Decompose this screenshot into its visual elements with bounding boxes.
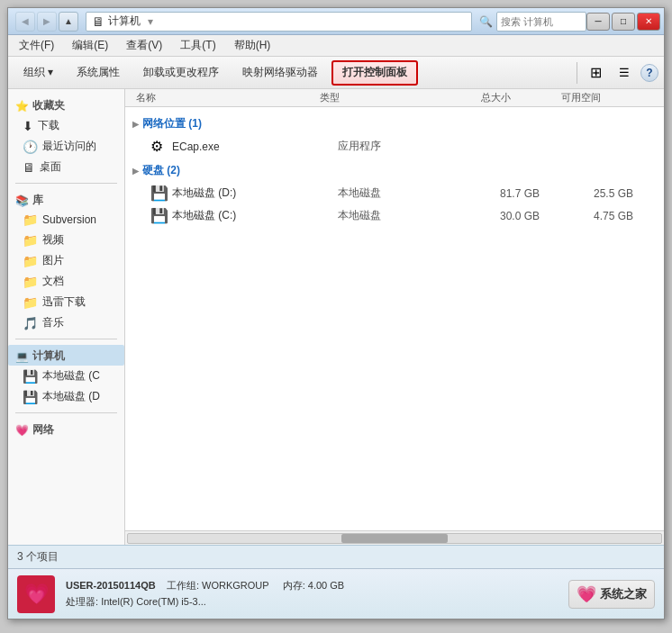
sidebar-divider-3 bbox=[15, 412, 117, 413]
view-details-button[interactable]: ☰ bbox=[612, 60, 637, 86]
menu-help[interactable]: 帮助(H) bbox=[227, 36, 278, 55]
menu-view[interactable]: 查看(V) bbox=[119, 36, 169, 55]
download-icon: ⬇ bbox=[23, 119, 33, 133]
sidebar-item-music[interactable]: 🎵 音乐 bbox=[8, 312, 124, 333]
sidebar-computer-header[interactable]: 💻 计算机 bbox=[8, 345, 124, 366]
menu-edit[interactable]: 编辑(E) bbox=[65, 36, 115, 55]
sidebar-item-thunder[interactable]: 📁 迅雷下载 bbox=[8, 292, 124, 312]
table-row[interactable]: ⚙ECap.exe应用程序 bbox=[125, 135, 664, 158]
file-name: 本地磁盘 (C:) bbox=[172, 208, 334, 223]
titlebar-controls: ─ □ ✕ bbox=[586, 13, 660, 31]
close-button[interactable]: ✕ bbox=[637, 13, 660, 31]
sidebar-item-download[interactable]: ⬇ 下载 bbox=[8, 115, 124, 136]
search-icon: 🔍 bbox=[479, 15, 493, 28]
uninstall-button[interactable]: 卸载或更改程序 bbox=[133, 60, 229, 86]
up-button[interactable]: ▲ bbox=[59, 12, 78, 32]
file-icon-1-1: 💾 bbox=[150, 207, 168, 224]
music-icon: 🎵 bbox=[23, 316, 38, 330]
file-name: 本地磁盘 (D:) bbox=[172, 185, 334, 201]
item-count-bar: 3 个项目 bbox=[8, 545, 664, 568]
sidebar-favorites-header: ⭐ 收藏夹 bbox=[8, 95, 124, 115]
computer-sidebar-icon: 💻 bbox=[15, 350, 29, 363]
sidebar-item-video[interactable]: 📁 视频 bbox=[8, 230, 124, 250]
drive-d-icon: 💾 bbox=[23, 390, 38, 404]
titlebar: ◀ ▶ ▲ 🖥 计算机 ▾ 🔍 ─ □ ✕ bbox=[8, 8, 664, 35]
column-headers: 名称 类型 总大小 可用空间 bbox=[125, 89, 664, 107]
back-button[interactable]: ◀ bbox=[15, 12, 35, 32]
nav-buttons: ◀ ▶ ▲ bbox=[15, 12, 78, 32]
sidebar-favorites: ⭐ 收藏夹 ⬇ 下载 🕐 最近访问的 🖥 桌面 bbox=[8, 93, 124, 179]
explorer-window: ◀ ▶ ▲ 🖥 计算机 ▾ 🔍 ─ □ ✕ 文件(F) 编辑(E) 查看(V) … bbox=[7, 7, 665, 619]
file-icon-0-0: ⚙ bbox=[150, 138, 168, 155]
view-toggle-button[interactable]: ⊞ bbox=[583, 60, 608, 86]
status-username: USER-20150114QB 工作组: WORKGROUP 内存: 4.00 … bbox=[66, 578, 558, 594]
sidebar-item-drive-d[interactable]: 💾 本地磁盘 (D bbox=[8, 386, 124, 407]
search-bar: 🔍 bbox=[479, 12, 586, 32]
desktop-icon: 🖥 bbox=[23, 160, 35, 175]
statusbar: 💗 USER-20150114QB 工作组: WORKGROUP 内存: 4.0… bbox=[8, 568, 664, 619]
folder-icon-pic: 📁 bbox=[23, 254, 38, 268]
file-free-space: 25.5 GB bbox=[543, 187, 633, 200]
toolbar: 组织 ▾ 系统属性 卸载或更改程序 映射网络驱动器 打开控制面板 ⊞ ☰ ? bbox=[8, 57, 664, 89]
file-type: 应用程序 bbox=[338, 139, 446, 154]
menubar: 文件(F) 编辑(E) 查看(V) 工具(T) 帮助(H) bbox=[8, 35, 664, 57]
folder-icon-sv: 📁 bbox=[23, 213, 38, 227]
sidebar-network-header[interactable]: 💗 网络 bbox=[8, 419, 124, 439]
sidebar-item-desktop[interactable]: 🖥 桌面 bbox=[8, 157, 124, 177]
address-text: 计算机 bbox=[108, 14, 141, 29]
status-info: USER-20150114QB 工作组: WORKGROUP 内存: 4.00 … bbox=[66, 578, 558, 610]
address-arrow: ▾ bbox=[148, 15, 153, 28]
hscrollbar[interactable] bbox=[125, 530, 664, 545]
address-bar[interactable]: 🖥 计算机 ▾ bbox=[86, 12, 472, 32]
hscroll-thumb[interactable] bbox=[341, 534, 448, 543]
table-row[interactable]: 💾本地磁盘 (D:)本地磁盘81.7 GB25.5 GB bbox=[125, 182, 664, 204]
folder-icon-thunder: 📁 bbox=[23, 295, 38, 310]
file-list: 网络位置 (1)⚙ECap.exe应用程序硬盘 (2)💾本地磁盘 (D:)本地磁… bbox=[125, 107, 664, 530]
user-avatar: 💗 bbox=[17, 575, 55, 613]
toolbar-separator bbox=[577, 62, 577, 84]
item-count-text: 3 个项目 bbox=[17, 550, 59, 563]
folder-icon-video: 📁 bbox=[23, 233, 38, 248]
brand-label: 系统之家 bbox=[600, 586, 647, 602]
group-header-1[interactable]: 硬盘 (2) bbox=[125, 158, 664, 182]
table-row[interactable]: 💾本地磁盘 (C:)本地磁盘30.0 GB4.75 GB bbox=[125, 204, 664, 227]
forward-button[interactable]: ▶ bbox=[37, 12, 57, 32]
search-input[interactable] bbox=[496, 12, 586, 32]
star-icon: ⭐ bbox=[15, 100, 29, 113]
maximize-button[interactable]: □ bbox=[612, 13, 635, 31]
help-button[interactable]: ? bbox=[640, 64, 658, 82]
col-type[interactable]: 类型 bbox=[316, 91, 424, 104]
computer-icon: 🖥 bbox=[92, 14, 104, 29]
control-panel-button[interactable]: 打开控制面板 bbox=[331, 60, 418, 86]
minimize-button[interactable]: ─ bbox=[586, 13, 610, 31]
col-free[interactable]: 可用空间 bbox=[514, 91, 604, 104]
group-header-0[interactable]: 网络位置 (1) bbox=[125, 111, 664, 135]
file-free-space: 4.75 GB bbox=[543, 210, 633, 222]
network-icon: 💗 bbox=[15, 424, 29, 437]
system-properties-button[interactable]: 系统属性 bbox=[67, 60, 130, 86]
sidebar-item-recent[interactable]: 🕐 最近访问的 bbox=[8, 136, 124, 157]
sidebar-network: 💗 网络 bbox=[8, 417, 124, 441]
sidebar: ⭐ 收藏夹 ⬇ 下载 🕐 最近访问的 🖥 桌面 bbox=[8, 89, 125, 545]
drive-c-icon: 💾 bbox=[23, 369, 38, 384]
col-name[interactable]: 名称 bbox=[132, 91, 316, 104]
recent-icon: 🕐 bbox=[23, 140, 38, 154]
sidebar-libraries: 📚 库 📁 Subversion 📁 视频 📁 图片 📁 文档 bbox=[8, 187, 124, 335]
sidebar-item-subversion[interactable]: 📁 Subversion bbox=[8, 210, 124, 230]
file-type: 本地磁盘 bbox=[338, 185, 446, 201]
library-icon: 📚 bbox=[15, 194, 29, 207]
menu-tools[interactable]: 工具(T) bbox=[173, 36, 222, 55]
organize-button[interactable]: 组织 ▾ bbox=[14, 60, 63, 86]
menu-file[interactable]: 文件(F) bbox=[12, 36, 61, 55]
map-drive-button[interactable]: 映射网络驱动器 bbox=[232, 60, 328, 86]
hscroll-track[interactable] bbox=[127, 533, 662, 544]
sidebar-item-pictures[interactable]: 📁 图片 bbox=[8, 250, 124, 271]
file-name: ECap.exe bbox=[172, 140, 334, 153]
sidebar-item-drive-c[interactable]: 💾 本地磁盘 (C bbox=[8, 366, 124, 386]
right-panel: 名称 类型 总大小 可用空间 网络位置 (1)⚙ECap.exe应用程序硬盘 (… bbox=[125, 89, 664, 545]
sidebar-item-docs[interactable]: 📁 文档 bbox=[8, 271, 124, 292]
col-total[interactable]: 总大小 bbox=[424, 91, 514, 104]
file-type: 本地磁盘 bbox=[338, 208, 446, 223]
status-cpu: 处理器: Intel(R) Core(TM) i5-3... bbox=[66, 594, 558, 610]
brand-badge: 💗 系统之家 bbox=[568, 580, 655, 609]
